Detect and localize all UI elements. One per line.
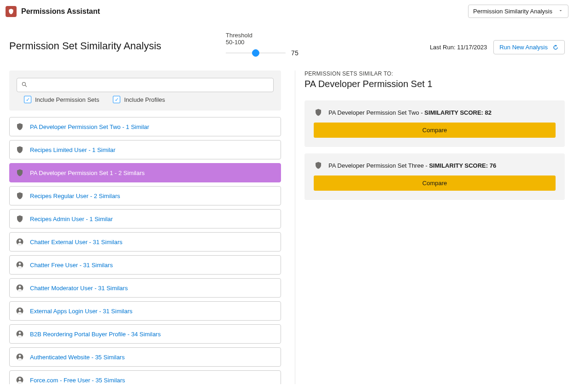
user-icon: [15, 260, 24, 269]
user-icon: [15, 375, 24, 384]
list-item-label: External Apps Login User - 31 Similars: [30, 308, 133, 315]
shield-icon: [314, 161, 323, 170]
shield-icon: [15, 168, 24, 177]
search-input[interactable]: [17, 78, 274, 92]
run-new-analysis-button[interactable]: Run New Analysis: [493, 40, 565, 54]
page-title: Permission Set Similarity Analysis: [9, 32, 161, 52]
list-item-label: Authenticated Website - 35 Similars: [30, 354, 125, 361]
last-run-label: Last Run: 11/17/2023: [430, 44, 487, 51]
card-name: PA Developer Permission Set Three -: [328, 162, 429, 169]
search-wrap: [17, 78, 274, 92]
list-item-label: Chatter Free User - 31 Similars: [30, 262, 113, 269]
list-item-label: Force.com - Free User - 35 Similars: [30, 377, 125, 384]
threshold-label: Threshold: [226, 32, 299, 39]
similar-to-header: PERMISSION SETS SIMILAR TO:: [305, 70, 565, 77]
permission-set-list: PA Developer Permission Set Two - 1 Simi…: [9, 117, 281, 384]
list-item[interactable]: Authenticated Website - 35 Similars: [9, 347, 281, 367]
list-item[interactable]: Chatter Moderator User - 31 Similars: [9, 278, 281, 298]
compare-button[interactable]: Compare: [314, 123, 556, 138]
checkbox-checked-icon: ✓: [24, 96, 31, 103]
refresh-icon: [552, 44, 559, 51]
shield-icon: [15, 214, 24, 223]
card-title: PA Developer Permission Set Two - SIMILA…: [328, 109, 492, 116]
card-header: PA Developer Permission Set Two - SIMILA…: [314, 108, 556, 117]
mode-selected-label: Permission Similarity Analysis: [473, 8, 552, 15]
header-left: Permissions Assistant: [6, 6, 100, 17]
threshold-control: Threshold 50-100 75: [226, 32, 299, 57]
list-item-label: B2B Reordering Portal Buyer Profile - 34…: [30, 331, 161, 338]
card-header: PA Developer Permission Set Three - SIMI…: [314, 161, 556, 170]
list-item[interactable]: Force.com - Free User - 35 Similars: [9, 370, 281, 384]
threshold-range: 50-100: [226, 39, 299, 46]
card-title: PA Developer Permission Set Three - SIMI…: [328, 162, 496, 169]
app-title: Permissions Assistant: [21, 7, 100, 16]
list-item-label: PA Developer Permission Set 1 - 2 Simila…: [30, 170, 145, 176]
list-item[interactable]: Recipes Regular User - 2 Similars: [9, 186, 281, 205]
include-permission-sets-checkbox[interactable]: ✓ Include Permission Sets: [24, 96, 99, 103]
similarity-score: SIMILARITY SCORE: 82: [424, 109, 492, 116]
search-icon: [21, 81, 28, 89]
threshold-slider-row: 75: [226, 49, 299, 57]
threshold-slider-thumb[interactable]: [252, 49, 259, 57]
list-item[interactable]: PA Developer Permission Set Two - 1 Simi…: [9, 117, 281, 136]
main-content: ✓ Include Permission Sets ✓ Include Prof…: [0, 61, 574, 392]
threshold-value: 75: [291, 49, 299, 57]
include-permission-sets-label: Include Permission Sets: [35, 96, 99, 103]
shield-icon: [15, 191, 24, 200]
user-icon: [15, 352, 24, 362]
list-item[interactable]: Recipes Admin User - 1 Similar: [9, 209, 281, 228]
list-item[interactable]: B2B Reordering Portal Buyer Profile - 34…: [9, 324, 281, 344]
compare-button[interactable]: Compare: [314, 176, 556, 191]
list-item-label: Chatter Moderator User - 31 Similars: [30, 285, 128, 292]
detail-column: PERMISSION SETS SIMILAR TO: PA Developer…: [295, 70, 565, 384]
list-item-label: Recipes Limited User - 1 Similar: [30, 146, 116, 153]
user-icon: [15, 329, 24, 339]
filter-checkboxes: ✓ Include Permission Sets ✓ Include Prof…: [17, 96, 274, 103]
similarity-card: PA Developer Permission Set Three - SIMI…: [305, 153, 565, 200]
user-icon: [15, 306, 24, 316]
filter-panel: ✓ Include Permission Sets ✓ Include Prof…: [9, 70, 281, 111]
list-item[interactable]: PA Developer Permission Set 1 - 2 Simila…: [9, 163, 281, 182]
app-logo-icon: [6, 6, 17, 17]
shield-icon: [15, 145, 24, 154]
selected-permission-set-name: PA Developer Permission Set 1: [305, 79, 565, 89]
subheader-actions: Last Run: 11/17/2023 Run New Analysis: [430, 32, 565, 54]
list-item[interactable]: Recipes Limited User - 1 Similar: [9, 140, 281, 159]
subheader: Permission Set Similarity Analysis Thres…: [0, 23, 574, 61]
list-item-label: PA Developer Permission Set Two - 1 Simi…: [30, 123, 149, 130]
analysis-mode-dropdown[interactable]: Permission Similarity Analysis: [468, 5, 568, 18]
run-button-label: Run New Analysis: [499, 44, 548, 51]
left-column: ✓ Include Permission Sets ✓ Include Prof…: [9, 70, 281, 384]
similarity-cards: PA Developer Permission Set Two - SIMILA…: [305, 100, 565, 200]
list-item-label: Chatter External User - 31 Similars: [30, 239, 123, 246]
list-item-label: Recipes Admin User - 1 Similar: [30, 216, 113, 222]
user-icon: [15, 237, 24, 246]
threshold-slider[interactable]: [226, 53, 286, 53]
list-item[interactable]: External Apps Login User - 31 Similars: [9, 301, 281, 321]
include-profiles-checkbox[interactable]: ✓ Include Profiles: [113, 96, 165, 103]
user-icon: [15, 283, 24, 293]
similarity-score: SIMILARITY SCORE: 76: [429, 162, 496, 169]
shield-icon: [15, 122, 24, 131]
shield-icon: [314, 108, 323, 117]
checkbox-checked-icon: ✓: [113, 96, 120, 103]
app-header: Permissions Assistant Permission Similar…: [0, 0, 574, 23]
list-item[interactable]: Chatter External User - 31 Similars: [9, 232, 281, 252]
include-profiles-label: Include Profiles: [124, 96, 165, 103]
list-item[interactable]: Chatter Free User - 31 Similars: [9, 255, 281, 275]
chevron-down-icon: [558, 8, 563, 15]
card-name: PA Developer Permission Set Two -: [328, 109, 424, 116]
similarity-card: PA Developer Permission Set Two - SIMILA…: [305, 100, 565, 147]
list-item-label: Recipes Regular User - 2 Similars: [30, 193, 120, 199]
